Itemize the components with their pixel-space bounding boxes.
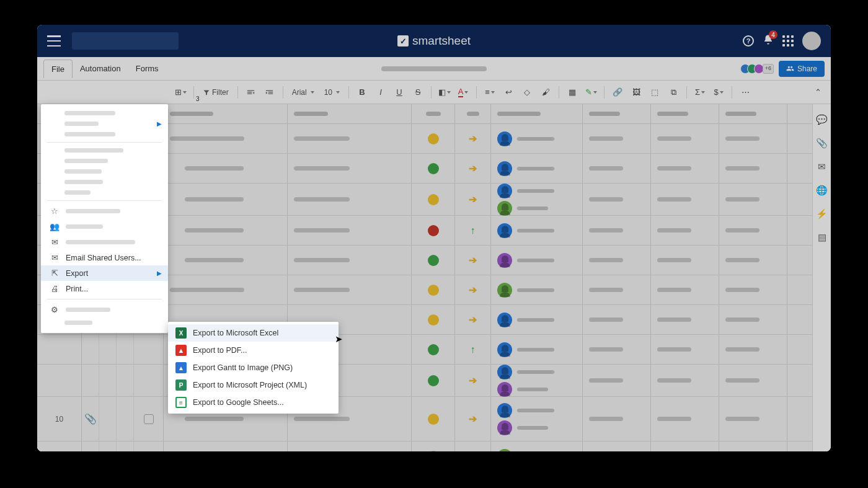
menu-automation[interactable]: Automation: [73, 57, 128, 80]
status-dot-yellow: [428, 451, 439, 452]
filter-button[interactable]: Filter: [199, 88, 232, 97]
arrow-right-icon: ➔: [469, 133, 477, 144]
people-icon: 👥: [50, 222, 60, 231]
collaborator-overflow[interactable]: +6: [763, 64, 774, 74]
comments-panel-icon[interactable]: 💬: [816, 114, 828, 125]
activity-panel-icon[interactable]: ⚡: [816, 208, 828, 220]
column-header[interactable]: [719, 104, 787, 123]
column-header[interactable]: [412, 104, 455, 123]
file-menu-item[interactable]: [41, 145, 168, 156]
main-menu-icon[interactable]: [47, 35, 61, 47]
indent-button[interactable]: [262, 84, 278, 100]
apps-grid-icon[interactable]: [782, 35, 794, 47]
file-menu-dropdown: ▶ ☆ 👥 ✉ ✉Email Shared Users... ⇱Export▶ …: [41, 104, 168, 333]
proofs-panel-icon[interactable]: ✉: [818, 161, 826, 172]
attach-button[interactable]: ⬚: [647, 84, 663, 100]
file-menu-item[interactable]: ▶: [41, 118, 168, 129]
notifications-button[interactable]: 4: [763, 34, 774, 48]
table-row[interactable]: ↑: [37, 335, 812, 365]
text-color-button[interactable]: A: [455, 84, 471, 100]
publish-panel-icon[interactable]: 🌐: [816, 185, 828, 196]
font-family-select[interactable]: Arial: [288, 88, 318, 97]
currency-button[interactable]: $: [711, 84, 727, 100]
expand-icon[interactable]: +: [170, 451, 180, 452]
export-excel[interactable]: XExport to Microsoft Excel: [168, 324, 339, 342]
strike-button[interactable]: S: [410, 84, 426, 100]
menu-file[interactable]: File: [43, 60, 73, 78]
clear-format-button[interactable]: ◇: [519, 84, 535, 100]
proof-button[interactable]: ⧉: [665, 84, 681, 100]
column-header[interactable]: [491, 104, 583, 123]
menu-forms[interactable]: Forms: [128, 57, 166, 80]
file-menu-item[interactable]: [41, 187, 168, 198]
file-menu-item[interactable]: ☆: [41, 203, 168, 219]
share-button[interactable]: Share: [779, 61, 825, 77]
file-menu-item[interactable]: ✉: [41, 234, 168, 250]
table-row[interactable]: 10 📎 ➔: [37, 397, 812, 441]
underline-button[interactable]: U: [391, 84, 407, 100]
summary-panel-icon[interactable]: ▤: [818, 232, 826, 243]
highlight-button[interactable]: ✎: [583, 84, 599, 100]
toolbar: ⊞ Filter Arial 10 B I U S ◧ A ≡ ↩ ◇ 🖌 ▦ …: [37, 81, 831, 104]
user-avatar[interactable]: [802, 32, 821, 50]
mail-icon: ✉: [50, 237, 60, 247]
attachment-icon[interactable]: 📎: [84, 413, 97, 425]
file-menu-item[interactable]: [41, 129, 168, 140]
column-header[interactable]: [164, 104, 288, 123]
status-dot-yellow: [428, 414, 439, 425]
checkbox[interactable]: [144, 414, 154, 424]
row-number: 10: [37, 397, 82, 441]
export-project[interactable]: PExport to Microsoft Project (XML): [168, 376, 339, 394]
avatar-icon: [497, 420, 512, 435]
status-dot-green: [428, 163, 439, 174]
file-menu-item[interactable]: [41, 166, 168, 177]
notification-badge: 4: [769, 30, 777, 39]
attachments-panel-icon[interactable]: 📎: [816, 138, 828, 149]
file-menu-item[interactable]: [41, 156, 168, 166]
help-icon[interactable]: ?: [743, 35, 754, 47]
avatar-icon: [497, 382, 512, 397]
column-header[interactable]: [583, 104, 651, 123]
export-submenu: XExport to Microsoft Excel ▲Export to PD…: [168, 322, 339, 414]
italic-button[interactable]: I: [373, 84, 389, 100]
align-button[interactable]: ≡: [482, 84, 498, 100]
file-menu-item[interactable]: [41, 317, 168, 328]
font-size-select[interactable]: 10: [321, 88, 343, 97]
export-png[interactable]: ▲Export Gantt to Image (PNG): [168, 359, 339, 376]
export-gsheets[interactable]: ≡Export to Google Sheets...: [168, 394, 339, 411]
file-menu-item[interactable]: ⚙: [41, 302, 168, 317]
file-menu-item[interactable]: [41, 177, 168, 187]
right-rail: 💬 📎 ✉ 🌐 ⚡ ▤: [812, 104, 831, 451]
arrow-right-icon: ➔: [469, 254, 477, 266]
search-input[interactable]: [72, 32, 179, 50]
fill-color-button[interactable]: ◧: [436, 84, 453, 100]
image-button[interactable]: 🖼: [628, 84, 644, 100]
format-painter-button[interactable]: 🖌: [538, 84, 554, 100]
checkbox[interactable]: [144, 451, 154, 452]
outdent-button[interactable]: [243, 84, 259, 100]
table-row[interactable]: 11 💬 🔔 + ➔: [37, 441, 812, 451]
column-header[interactable]: [455, 104, 491, 123]
status-dot-green: [428, 375, 439, 386]
formula-button[interactable]: Σ: [692, 84, 708, 100]
collaborator-avatars[interactable]: +6: [740, 64, 774, 74]
table-row[interactable]: ➔: [37, 365, 812, 397]
date-button[interactable]: ▦: [564, 84, 580, 100]
column-header[interactable]: [651, 104, 719, 123]
file-menu-email-shared[interactable]: ✉Email Shared Users...: [41, 250, 168, 265]
file-menu-item[interactable]: 👥: [41, 219, 168, 234]
export-pdf[interactable]: ▲Export to PDF...: [168, 342, 339, 359]
more-button[interactable]: ⋯: [737, 84, 753, 100]
collapse-toolbar-button[interactable]: ⌃: [810, 84, 826, 100]
file-menu-export[interactable]: ⇱Export▶: [41, 265, 168, 281]
link-button[interactable]: 🔗: [609, 84, 626, 100]
file-menu-print[interactable]: 🖨Print...: [41, 281, 168, 296]
bold-button[interactable]: B: [354, 84, 370, 100]
file-menu-item[interactable]: [41, 108, 168, 118]
row-number: 11: [37, 441, 82, 451]
status-dot-green: [428, 344, 439, 355]
view-button[interactable]: ⊞: [172, 84, 188, 100]
wrap-button[interactable]: ↩: [500, 84, 516, 100]
column-header[interactable]: [288, 104, 412, 123]
topbar: ✓ smartsheet ? 4: [37, 25, 831, 57]
